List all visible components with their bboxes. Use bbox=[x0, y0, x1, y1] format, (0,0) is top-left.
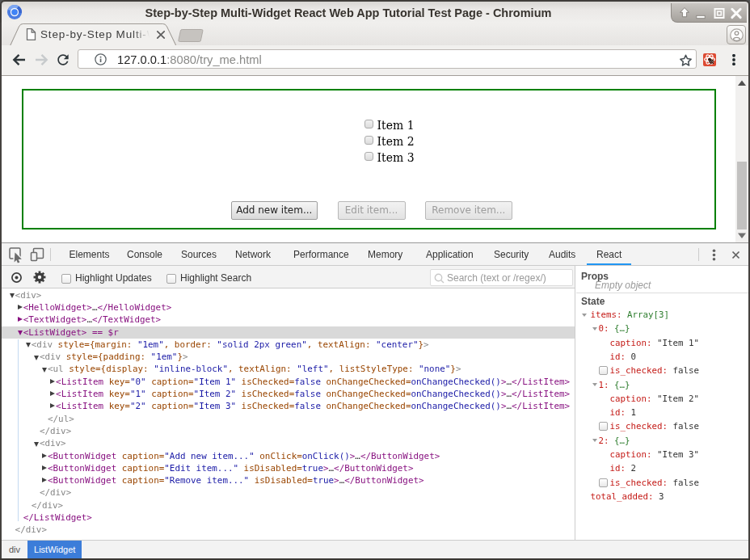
collapse-arrow-icon[interactable] bbox=[592, 327, 597, 331]
devtools-tab-memory[interactable]: Memory bbox=[358, 243, 412, 265]
page-info-icon[interactable] bbox=[95, 53, 107, 65]
devtools-close-icon[interactable] bbox=[731, 251, 740, 259]
settings-gear-icon[interactable] bbox=[33, 271, 46, 284]
tree-row-text: <ListItem key="0" caption="Item 1" isChe… bbox=[56, 376, 570, 388]
breadcrumb-listwidget[interactable]: ListWidget bbox=[27, 541, 82, 559]
tree-row[interactable]: <ListItem key="0" caption="Item 1" isChe… bbox=[2, 376, 575, 388]
tree-row-text: <TextWidget>…</TextWidget> bbox=[23, 314, 162, 326]
tree-row-text: <ul style={display: "inline-block", text… bbox=[48, 363, 461, 375]
collapse-arrow-icon[interactable] bbox=[10, 293, 15, 298]
item-checkbox[interactable] bbox=[364, 136, 373, 145]
shade-window-icon[interactable] bbox=[676, 3, 693, 23]
react-devtools-extension-icon[interactable] bbox=[703, 53, 716, 66]
state-row-text: id: 1 bbox=[610, 406, 637, 419]
devtools-tab-network[interactable]: Network bbox=[225, 243, 280, 265]
state-checkbox[interactable] bbox=[599, 422, 608, 431]
close-window-icon[interactable] bbox=[727, 3, 745, 23]
minimize-window-icon[interactable] bbox=[692, 3, 710, 23]
expand-arrow-icon[interactable] bbox=[18, 305, 23, 309]
state-checkbox[interactable] bbox=[599, 478, 608, 487]
breadcrumb-div[interactable]: div bbox=[2, 541, 27, 559]
tree-row[interactable]: <ButtonWidget caption="Add new item..." … bbox=[2, 450, 575, 462]
edit-item-button: Edit item... bbox=[338, 201, 406, 220]
expand-arrow-icon[interactable] bbox=[42, 453, 47, 458]
bookmark-star-icon[interactable] bbox=[679, 53, 693, 67]
expand-arrow-icon[interactable] bbox=[42, 478, 47, 482]
tree-row[interactable]: </ul> bbox=[2, 413, 575, 425]
back-icon[interactable] bbox=[11, 52, 27, 68]
item-checkbox[interactable] bbox=[364, 152, 373, 161]
props-state-divider bbox=[576, 293, 748, 293]
tree-row[interactable]: <ButtonWidget caption="Edit item..." isD… bbox=[2, 462, 575, 474]
tree-row-text: </div> bbox=[15, 524, 47, 536]
tree-row[interactable]: </div> bbox=[2, 486, 575, 499]
forward-icon[interactable] bbox=[33, 52, 49, 68]
tree-row[interactable]: <div> bbox=[2, 289, 575, 301]
tree-row[interactable]: </ListWidget> bbox=[2, 512, 575, 524]
collapse-arrow-icon[interactable] bbox=[582, 314, 587, 317]
tree-row[interactable]: <ListWidget> == $r bbox=[2, 326, 575, 339]
tree-row-text: <div style={padding: "1em"}> bbox=[40, 351, 188, 363]
reload-icon[interactable] bbox=[55, 52, 71, 68]
maximize-window-icon[interactable] bbox=[710, 3, 728, 23]
tree-row[interactable]: </div> bbox=[2, 499, 575, 512]
add-new-item-button[interactable]: Add new item... bbox=[231, 201, 318, 220]
highlight-updates-checkbox[interactable] bbox=[61, 274, 71, 284]
expand-arrow-icon[interactable] bbox=[50, 391, 55, 396]
tree-row[interactable]: <ButtonWidget caption="Remove item..." i… bbox=[2, 474, 575, 486]
tree-row[interactable]: <TextWidget>…</TextWidget> bbox=[2, 314, 575, 326]
new-tab-button[interactable] bbox=[179, 30, 203, 42]
collapse-arrow-icon[interactable] bbox=[42, 368, 47, 373]
expand-arrow-icon[interactable] bbox=[42, 465, 47, 470]
inspect-element-icon[interactable] bbox=[9, 247, 23, 263]
collapse-arrow-icon[interactable] bbox=[26, 343, 31, 347]
expand-arrow-icon[interactable] bbox=[18, 317, 23, 322]
scroll-up-icon[interactable] bbox=[738, 80, 746, 86]
highlight-search-checkbox[interactable] bbox=[166, 274, 176, 284]
devtools-menu-icon[interactable] bbox=[710, 249, 718, 261]
device-toolbar-icon[interactable] bbox=[30, 247, 44, 262]
collapse-arrow-icon[interactable] bbox=[34, 442, 39, 447]
url-text[interactable]: 127.0.0.1:8080/try_me.html bbox=[117, 53, 262, 66]
collapse-arrow-icon[interactable] bbox=[592, 383, 597, 386]
profile-button[interactable] bbox=[727, 25, 746, 44]
expand-arrow-icon[interactable] bbox=[50, 379, 55, 384]
devtools-tab-security[interactable]: Security bbox=[484, 243, 538, 265]
tree-row[interactable]: <ListItem key="2" caption="Item 3" isChe… bbox=[2, 400, 575, 412]
collapse-arrow-icon[interactable] bbox=[18, 331, 23, 335]
state-row-text: caption: "Item 3" bbox=[610, 448, 700, 461]
collapse-arrow-icon[interactable] bbox=[34, 356, 39, 360]
remove-item-button: Remove item... bbox=[425, 201, 512, 220]
tree-row[interactable]: <div> bbox=[2, 437, 575, 449]
browser-menu-icon[interactable] bbox=[729, 54, 739, 65]
tree-row[interactable]: <ListItem key="1" caption="Item 2" isChe… bbox=[2, 388, 575, 400]
tree-row-text: </ListWidget> bbox=[23, 512, 92, 524]
devtools-tab-sources[interactable]: Sources bbox=[171, 243, 226, 265]
tree-row[interactable]: <div style={margin: "1em", border: "soli… bbox=[2, 339, 575, 351]
tree-row[interactable]: <HelloWidget>…</HelloWidget> bbox=[2, 301, 575, 314]
url-bar[interactable]: 127.0.0.1:8080/try_me.html bbox=[78, 49, 697, 69]
scroll-down-icon[interactable] bbox=[738, 233, 746, 239]
devtools-tab-react[interactable]: React bbox=[587, 243, 631, 265]
devtools-tab-console[interactable]: Console bbox=[117, 243, 172, 265]
state-checkbox[interactable] bbox=[599, 366, 608, 375]
tree-row[interactable]: <ul style={display: "inline-block", text… bbox=[2, 363, 575, 375]
devtools-tab-performance[interactable]: Performance bbox=[284, 243, 359, 265]
item-checkbox[interactable] bbox=[364, 120, 373, 128]
scrollbar-thumb[interactable] bbox=[737, 162, 747, 229]
tree-row[interactable]: </div> bbox=[2, 425, 575, 437]
devtools-tab-application[interactable]: Application bbox=[416, 243, 483, 265]
select-component-icon[interactable] bbox=[11, 272, 23, 284]
page-scrollbar[interactable] bbox=[735, 76, 748, 242]
search-input[interactable]: Search (text or /regex/) bbox=[430, 269, 573, 286]
state-row-text: id: 0 bbox=[610, 350, 637, 364]
tab-close-icon[interactable] bbox=[156, 30, 166, 40]
collapse-arrow-icon[interactable] bbox=[592, 439, 597, 442]
react-component-tree[interactable]: <div><HelloWidget>…</HelloWidget><TextWi… bbox=[2, 288, 575, 540]
devtools-tab-elements[interactable]: Elements bbox=[60, 243, 120, 265]
devtools-tab-audits[interactable]: Audits bbox=[539, 243, 585, 265]
tree-row[interactable]: <div style={padding: "1em"}> bbox=[2, 351, 575, 363]
expand-arrow-icon[interactable] bbox=[50, 403, 55, 408]
tab-title[interactable]: Step-by-Step Multi-W bbox=[40, 28, 151, 42]
tree-row[interactable]: </div> bbox=[2, 524, 575, 536]
